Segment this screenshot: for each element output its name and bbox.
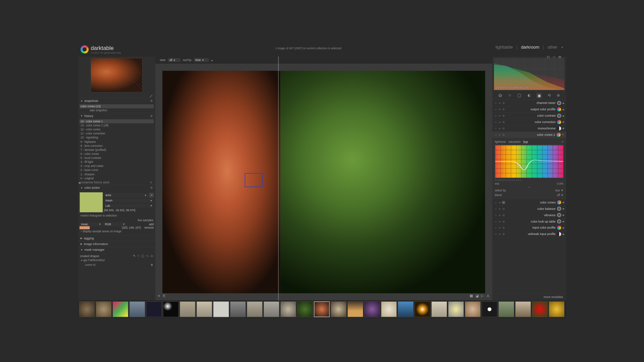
history-item[interactable]: 3 - crop and rotate [79, 164, 154, 168]
mask-curve[interactable]: curve #1 [80, 263, 97, 267]
picker-stat-select[interactable]: mean▼ [104, 198, 154, 202]
history-item[interactable]: 12 - color zones [79, 127, 154, 131]
view-select[interactable]: all ▾ [168, 58, 180, 62]
remove-sample-button[interactable]: remove [145, 226, 154, 229]
tone-icon[interactable]: ◐ [528, 93, 531, 98]
effects-icon[interactable]: ⊛ [557, 93, 560, 98]
sort-direction-icon[interactable]: ▴ [211, 58, 213, 62]
histogram[interactable]: 1/640 f/4.0 102mm iso 100 [494, 58, 565, 90]
filmstrip-thumb[interactable] [264, 301, 279, 317]
grid-icon[interactable]: ▦ [470, 294, 473, 298]
module-color-lut[interactable]: ○≡⊙ color look up table ◀ [492, 218, 566, 225]
module-color-correction[interactable]: ○≡⊙ color correction ◀ [492, 119, 566, 125]
module-color-zones[interactable]: ○≡⊙ color zones ◀ [492, 199, 566, 206]
filmstrip-thumb[interactable] [280, 301, 296, 317]
gear-icon[interactable]: ⚙ [151, 263, 153, 266]
filmstrip-thumb[interactable] [96, 301, 112, 317]
left-panel-collapse[interactable]: ◀ [78, 181, 80, 185]
filmstrip-thumb[interactable] [230, 301, 246, 317]
filmstrip-thumb[interactable] [465, 301, 481, 317]
reset-icon[interactable]: ⊙ [502, 102, 505, 104]
history-item[interactable]: 1 - sharpen [79, 172, 154, 176]
gear-icon[interactable]: ⚙ [150, 186, 153, 190]
select-by-value[interactable]: hue ▼ [555, 189, 563, 192]
blend-value[interactable]: off ▼ [557, 193, 564, 196]
sample-space-select[interactable]: RGB▼ [103, 222, 126, 226]
filmstrip-thumb[interactable] [163, 301, 179, 317]
filmstrip-thumb[interactable] [129, 301, 145, 317]
filmstrip-thumb[interactable] [482, 301, 497, 317]
filmstrip-thumb[interactable] [398, 301, 414, 317]
enable-icon[interactable]: ○ [494, 102, 497, 104]
darkroom-canvas[interactable] [155, 64, 492, 300]
filmstrip-thumb[interactable] [197, 301, 212, 317]
color-picker-region[interactable] [245, 173, 263, 187]
display-samples-checkbox[interactable]: ✓display sample areas on image [79, 229, 154, 234]
filmstrip-thumb[interactable] [448, 301, 464, 317]
filmstrip-thumb[interactable] [549, 301, 565, 317]
history-item[interactable]: 13 - color zones 1 (off) [79, 123, 154, 127]
path-icon[interactable]: ∿ [146, 254, 149, 257]
take-snapshot-button[interactable]: take snapshot [79, 108, 154, 112]
module-input-color-profile[interactable]: ○≡⊙ input color profile ◀ [492, 225, 566, 231]
gear-icon[interactable]: ⚙ [150, 99, 153, 103]
sort-select[interactable]: time ▾ [194, 58, 209, 62]
compress-history-button[interactable]: compress history stack [81, 181, 110, 184]
history-item[interactable]: 11 - color correction [79, 131, 154, 135]
circle-icon[interactable]: ◯ [517, 93, 521, 98]
history-item[interactable]: 5 - local contrast [79, 156, 154, 160]
eyedropper-icon[interactable]: ↗ [149, 193, 154, 198]
color-picker-header[interactable]: ▼ color picker ⚙ [78, 185, 155, 191]
image-info-header[interactable]: ▶ image information [78, 241, 155, 247]
brush-icon[interactable]: ✎ [133, 254, 136, 257]
multi-icon[interactable]: ≡ [498, 102, 501, 104]
filmstrip-thumb[interactable] [146, 301, 162, 317]
module-vibrance[interactable]: ○≡⊙ vibrance ◀ [492, 212, 566, 218]
ellipse-icon[interactable]: ◯ [141, 254, 144, 257]
module-color-contrast[interactable]: ○≡⊙ color contrast ◀ [492, 113, 566, 119]
history-item[interactable]: 6 - color zones [79, 152, 154, 156]
curve-handles[interactable]: △ △ △ △ △ △ △ △ △ △ △ △ △ [495, 178, 564, 181]
filmstrip-thumb[interactable] [347, 301, 363, 317]
module-monochrome[interactable]: ○≡⊙ monochrome ◀ [492, 125, 566, 132]
tagging-header[interactable]: ▶ tagging [78, 235, 155, 241]
filmstrip-thumb[interactable] [113, 301, 128, 317]
filmstrip-thumb[interactable] [180, 301, 196, 317]
color-group-icon[interactable]: ◉ [537, 93, 542, 98]
picker-space-select[interactable]: Lab▼ [104, 203, 154, 207]
history-item[interactable]: 10 - vignetting [79, 135, 154, 139]
color-zones-graph[interactable] [495, 145, 564, 178]
filmstrip-thumb[interactable] [381, 301, 397, 317]
filmstrip-thumb[interactable] [498, 301, 514, 317]
tab-saturation[interactable]: saturation [508, 140, 521, 143]
snapshots-header[interactable]: ▼ snapshots ⚙ [78, 98, 155, 104]
filmstrip-thumb-selected[interactable] [314, 301, 330, 317]
eyedropper-icon[interactable]: ↗ [561, 140, 564, 143]
mask-manager-header[interactable]: ▼ mask manager [78, 247, 155, 253]
filmstrip-thumb[interactable] [213, 301, 229, 317]
overexposed-icon[interactable]: ⚠ [486, 294, 490, 298]
correction-icon[interactable]: ⟲ [548, 93, 551, 98]
circle-icon[interactable]: ○ [138, 254, 139, 257]
tab-hue[interactable]: hue [523, 140, 528, 143]
navigation-preview[interactable] [91, 58, 143, 92]
history-item[interactable]: 2 - base curve [79, 168, 154, 172]
tab-lightness[interactable]: lightness [495, 140, 506, 143]
add-sample-button[interactable]: add [149, 223, 154, 226]
history-item[interactable]: 14 - color zones 1 [79, 119, 154, 123]
presets-icon[interactable]: ≡ [158, 294, 160, 298]
tab-lighttable[interactable]: lighttable [495, 45, 513, 50]
restrict-histogram-checkbox[interactable]: restrict histogram to selection [79, 214, 154, 218]
history-item[interactable]: 8 - lens correction [79, 144, 154, 148]
chevron-down-icon[interactable]: ▼ [561, 46, 564, 49]
module-color-zones-1[interactable]: ○≡⊙ color zones 1 ▼ [492, 132, 566, 138]
filmstrip[interactable] [78, 300, 566, 318]
gamut-icon[interactable]: ▷ [481, 294, 484, 298]
gradient-icon[interactable]: ▭ [151, 254, 153, 257]
filmstrip-thumb[interactable] [532, 301, 548, 317]
module-channel-mixer[interactable]: ○≡⊙ channel mixer ◀ [492, 100, 566, 106]
filmstrip-thumb[interactable] [79, 301, 95, 317]
preview-expand-icon[interactable]: ⤢ [78, 94, 155, 98]
snapshot-item[interactable]: color zones (13) [79, 104, 154, 108]
snapshot-split-line[interactable] [278, 57, 279, 308]
